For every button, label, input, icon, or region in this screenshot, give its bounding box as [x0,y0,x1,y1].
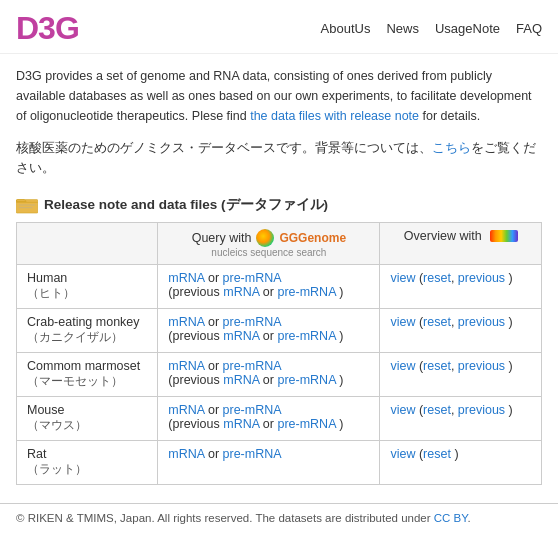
prev-mrna-link[interactable]: mRNA [223,417,259,431]
query-cell: mRNA or pre-mRNA(previous mRNA or pre-mR… [158,265,380,309]
species-cell: Rat（ラット） [17,441,158,485]
table-row: Mouse（マウス）mRNA or pre-mRNA(previous mRNA… [17,397,542,441]
previous-link[interactable]: previous [458,315,505,329]
species-name: Commom marmoset [27,359,140,373]
mrna-link[interactable]: mRNA [168,315,204,329]
prev-premrna-link[interactable]: pre-mRNA [277,285,335,299]
gggenome-sub: nucleics sequence search [168,247,369,258]
species-jp: （マウス） [27,418,87,432]
species-cell: Crab-eating monkey（カニクイザル） [17,309,158,353]
section-title: Release note and data files (データファイル) [0,188,558,222]
intro-jp-text: 核酸医薬のためのゲノミクス・データベースです。背景等については、こちらをご覧くだ… [0,134,558,188]
species-name: Crab-eating monkey [27,315,140,329]
table-body: Human（ヒト）mRNA or pre-mRNA(previous mRNA … [17,265,542,485]
previous-link[interactable]: previous [458,403,505,417]
table-row: Human（ヒト）mRNA or pre-mRNA(previous mRNA … [17,265,542,309]
site-logo: D3G [16,10,79,47]
nav-link-faq[interactable]: FAQ [516,21,542,36]
data-table: Query with GGGenome nucleics sequence se… [16,222,542,485]
species-cell: Commom marmoset（マーモセット） [17,353,158,397]
nav-link-aboutus[interactable]: AboutUs [321,21,371,36]
reset-link[interactable]: reset [423,315,451,329]
th-query: Query with GGGenome nucleics sequence se… [158,223,380,265]
table-row: Crab-eating monkey（カニクイザル）mRNA or pre-mR… [17,309,542,353]
premrna-link[interactable]: pre-mRNA [223,359,282,373]
th-species [17,223,158,265]
overview-cell: view (reset, previous ) [380,309,542,353]
view-link[interactable]: view [390,447,415,461]
query-cell: mRNA or pre-mRNA(previous mRNA or pre-mR… [158,309,380,353]
mrna-link[interactable]: mRNA [168,359,204,373]
reset-link[interactable]: reset [423,271,451,285]
reset-link[interactable]: reset [423,403,451,417]
prev-premrna-link[interactable]: pre-mRNA [277,329,335,343]
overview-cell: view (reset, previous ) [380,353,542,397]
premrna-link[interactable]: pre-mRNA [223,447,282,461]
nav-link-news[interactable]: News [386,21,419,36]
gggenome-text: GGGenome [279,231,346,245]
overview-cell: view (reset ) [380,441,542,485]
prev-mrna-link[interactable]: mRNA [223,329,259,343]
query-label: Query with [192,231,252,245]
overview-label: Overview with [404,229,482,243]
query-cell: mRNA or pre-mRNA [158,441,380,485]
previous-link[interactable]: previous [458,271,505,285]
view-link[interactable]: view [390,271,415,285]
intro-jp-link[interactable]: こちら [432,141,471,155]
mrna-link[interactable]: mRNA [168,271,204,285]
view-link[interactable]: view [390,403,415,417]
previous-label: previous [173,373,224,387]
previous-label: previous [173,329,224,343]
th-overview: Overview with [380,223,542,265]
prev-mrna-link[interactable]: mRNA [223,285,259,299]
nav-link-usagenote[interactable]: UsageNote [435,21,500,36]
previous-link[interactable]: previous [458,359,505,373]
table-row: Commom marmoset（マーモセット）mRNA or pre-mRNA(… [17,353,542,397]
previous-label: previous [173,285,224,299]
premrna-link[interactable]: pre-mRNA [223,315,282,329]
species-name: Human [27,271,67,285]
overview-icon [490,230,518,242]
mrna-link[interactable]: mRNA [168,447,204,461]
premrna-link[interactable]: pre-mRNA [223,403,282,417]
intro-data-files-link[interactable]: the data files with release note [250,109,419,123]
reset-link[interactable]: reset [423,447,451,461]
overview-cell: view (reset, previous ) [380,265,542,309]
query-cell: mRNA or pre-mRNA(previous mRNA or pre-mR… [158,397,380,441]
premrna-link[interactable]: pre-mRNA [223,271,282,285]
prev-premrna-link[interactable]: pre-mRNA [277,373,335,387]
prev-mrna-link[interactable]: mRNA [223,373,259,387]
overview-cell: view (reset, previous ) [380,397,542,441]
mrna-link[interactable]: mRNA [168,403,204,417]
query-cell: mRNA or pre-mRNA(previous mRNA or pre-mR… [158,353,380,397]
table-header: Query with GGGenome nucleics sequence se… [17,223,542,265]
species-jp: （ラット） [27,462,87,476]
table-row: Rat（ラット）mRNA or pre-mRNAview (reset ) [17,441,542,485]
species-jp: （カニクイザル） [27,330,123,344]
species-cell: Mouse（マウス） [17,397,158,441]
view-link[interactable]: view [390,315,415,329]
intro-text: D3G provides a set of genome and RNA dat… [0,54,558,134]
page-header: D3G AboutUsNewsUsageNoteFAQ [0,0,558,54]
reset-link[interactable]: reset [423,359,451,373]
species-name: Mouse [27,403,65,417]
species-jp: （ヒト） [27,286,75,300]
previous-label: previous [173,417,224,431]
cc-by-link[interactable]: CC BY [434,512,468,524]
species-name: Rat [27,447,46,461]
view-link[interactable]: view [390,359,415,373]
main-nav: AboutUsNewsUsageNoteFAQ [321,21,542,36]
section-title-label: Release note and data files (データファイル) [44,196,328,214]
gggenome-icon [256,229,274,247]
prev-premrna-link[interactable]: pre-mRNA [277,417,335,431]
species-jp: （マーモセット） [27,374,123,388]
species-cell: Human（ヒト） [17,265,158,309]
folder-icon [16,196,38,214]
page-footer: © RIKEN & TMIMS, Japan. All rights reser… [0,503,558,532]
